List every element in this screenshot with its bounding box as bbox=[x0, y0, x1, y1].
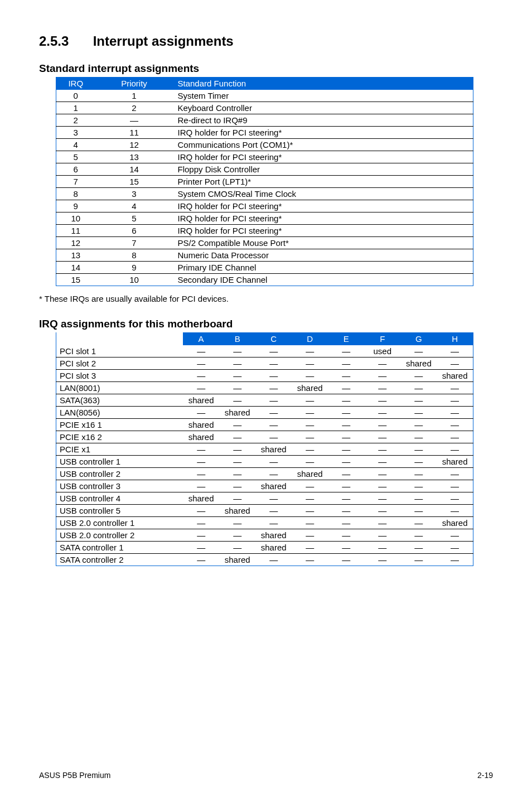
table-row: 94IRQ holder for PCI steering* bbox=[56, 200, 473, 212]
table-row: PCI slot 2——————shared— bbox=[56, 357, 473, 370]
table-row: 138Numeric Data Processor bbox=[56, 249, 473, 262]
cell-priority: 8 bbox=[95, 249, 173, 262]
cell-value: — bbox=[292, 394, 328, 407]
cell-irq: 8 bbox=[56, 188, 95, 200]
cell-irq: 0 bbox=[56, 90, 95, 102]
cell-value: — bbox=[400, 492, 437, 505]
cell-value: — bbox=[328, 468, 364, 480]
cell-priority: 14 bbox=[95, 163, 173, 176]
cell-value: shared bbox=[219, 505, 255, 517]
cell-value: — bbox=[364, 443, 400, 456]
cell-value: — bbox=[400, 554, 437, 566]
cell-value: — bbox=[364, 492, 400, 505]
table-row: USB controller 5—shared—————— bbox=[56, 505, 473, 517]
cell-value: — bbox=[364, 480, 400, 492]
cell-label: USB controller 2 bbox=[56, 468, 183, 480]
cell-label: PCIE x16 2 bbox=[56, 431, 183, 443]
cell-priority: — bbox=[95, 114, 173, 127]
cell-label: PCI slot 1 bbox=[56, 345, 183, 357]
cell-value: — bbox=[183, 357, 219, 370]
table-row: USB controller 4shared——————— bbox=[56, 492, 473, 505]
cell-irq: 6 bbox=[56, 163, 95, 176]
cell-label: LAN(8001) bbox=[56, 382, 183, 394]
cell-value: — bbox=[183, 456, 219, 468]
cell-function: IRQ holder for PCI steering* bbox=[173, 200, 473, 212]
cell-value: — bbox=[328, 480, 364, 492]
cell-value: — bbox=[364, 517, 400, 529]
cell-value: — bbox=[219, 431, 255, 443]
cell-value: — bbox=[328, 517, 364, 529]
col-g: G bbox=[400, 332, 437, 345]
cell-function: Floppy Disk Controller bbox=[173, 163, 473, 176]
cell-irq: 14 bbox=[56, 262, 95, 274]
cell-priority: 5 bbox=[95, 212, 173, 225]
cell-value: — bbox=[328, 505, 364, 517]
cell-value: — bbox=[255, 456, 292, 468]
cell-value: — bbox=[255, 505, 292, 517]
cell-value: — bbox=[364, 529, 400, 542]
col-priority: Priority bbox=[95, 77, 173, 90]
footer-left: ASUS P5B Premium bbox=[39, 771, 110, 780]
cell-value: — bbox=[183, 517, 219, 529]
table-row: 412Communications Port (COM1)* bbox=[56, 139, 473, 151]
cell-value: — bbox=[400, 505, 437, 517]
cell-value: — bbox=[328, 443, 364, 456]
cell-function: Primary IDE Channel bbox=[173, 262, 473, 274]
cell-priority: 1 bbox=[95, 90, 173, 102]
table-row: USB controller 2———shared———— bbox=[56, 468, 473, 480]
cell-function: IRQ holder for PCI steering* bbox=[173, 127, 473, 139]
cell-irq: 12 bbox=[56, 237, 95, 249]
cell-label: USB 2.0 controller 2 bbox=[56, 529, 183, 542]
cell-irq: 10 bbox=[56, 212, 95, 225]
cell-value: — bbox=[292, 345, 328, 357]
table-row: PCIE x16 1shared——————— bbox=[56, 419, 473, 431]
cell-value: — bbox=[437, 345, 473, 357]
cell-value: — bbox=[364, 431, 400, 443]
cell-value: — bbox=[292, 480, 328, 492]
cell-priority: 2 bbox=[95, 102, 173, 114]
cell-value: — bbox=[255, 492, 292, 505]
cell-label: USB controller 4 bbox=[56, 492, 183, 505]
cell-value: — bbox=[292, 492, 328, 505]
cell-value: shared bbox=[400, 357, 437, 370]
cell-priority: 4 bbox=[95, 200, 173, 212]
cell-label: PCI slot 3 bbox=[56, 370, 183, 382]
cell-value: shared bbox=[255, 529, 292, 542]
cell-function: IRQ holder for PCI steering* bbox=[173, 151, 473, 163]
cell-value: — bbox=[400, 529, 437, 542]
irq-assignment-table: ABCDEFGH PCI slot 1—————used——PCI slot 2… bbox=[56, 332, 473, 566]
cell-function: Numeric Data Processor bbox=[173, 249, 473, 262]
table-row: 2—Re-direct to IRQ#9 bbox=[56, 114, 473, 127]
cell-value: — bbox=[183, 468, 219, 480]
cell-value: — bbox=[255, 419, 292, 431]
cell-priority: 13 bbox=[95, 151, 173, 163]
col-irq: IRQ bbox=[56, 77, 95, 90]
cell-value: — bbox=[219, 394, 255, 407]
section-title-text: Interrupt assignments bbox=[93, 33, 234, 49]
col-c: C bbox=[255, 332, 292, 345]
cell-value: — bbox=[219, 443, 255, 456]
table-row: PCI slot 3———————shared bbox=[56, 370, 473, 382]
cell-value: — bbox=[292, 529, 328, 542]
table-row: 83System CMOS/Real Time Clock bbox=[56, 188, 473, 200]
cell-label: USB controller 1 bbox=[56, 456, 183, 468]
cell-value: — bbox=[292, 419, 328, 431]
table-row: 105IRQ holder for PCI steering* bbox=[56, 212, 473, 225]
cell-value: — bbox=[328, 345, 364, 357]
cell-value: — bbox=[437, 431, 473, 443]
section-heading: 2.5.3 Interrupt assignments bbox=[39, 33, 493, 49]
cell-value: shared bbox=[292, 468, 328, 480]
cell-value: — bbox=[292, 370, 328, 382]
cell-value: — bbox=[292, 456, 328, 468]
cell-irq: 3 bbox=[56, 127, 95, 139]
cell-priority: 11 bbox=[95, 127, 173, 139]
cell-value: shared bbox=[219, 554, 255, 566]
cell-value: — bbox=[437, 419, 473, 431]
cell-value: — bbox=[328, 431, 364, 443]
table-row: 12Keyboard Controller bbox=[56, 102, 473, 114]
cell-priority: 9 bbox=[95, 262, 173, 274]
table-row: SATA controller 1——shared————— bbox=[56, 542, 473, 554]
subheading-irq-motherboard: IRQ assignments for this motherboard bbox=[39, 318, 493, 330]
cell-value: — bbox=[364, 370, 400, 382]
cell-priority: 3 bbox=[95, 188, 173, 200]
